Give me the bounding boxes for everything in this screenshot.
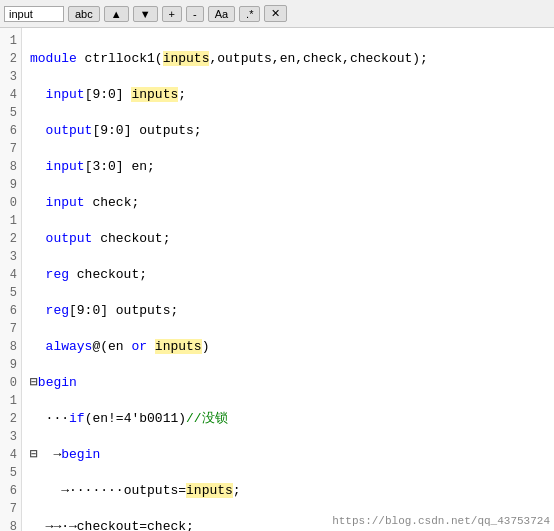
add-button[interactable]: + [162,6,182,22]
code-line-2: input[9:0] inputs; [30,86,546,104]
search-input[interactable] [4,6,64,22]
code-area: 1 2 3 4 5 6 7 8 9 0 1 2 3 4 5 6 7 8 9 0 … [0,28,554,531]
search-button[interactable]: abc [68,6,100,22]
code-line-4: input[3:0] en; [30,158,546,176]
close-button[interactable]: ✕ [264,5,287,22]
regex-button[interactable]: .* [239,6,260,22]
code-line-1: module ctrllock1(inputs,outputs,en,check… [30,50,546,68]
line-numbers: 1 2 3 4 5 6 7 8 9 0 1 2 3 4 5 6 7 8 9 0 … [0,28,22,531]
remove-button[interactable]: - [186,6,204,22]
code-line-13: →·······outputs=inputs; [30,482,546,500]
code-line-8: reg[9:0] outputs; [30,302,546,320]
code-line-9: always@(en or inputs) [30,338,546,356]
code-content[interactable]: module ctrllock1(inputs,outputs,en,check… [22,28,554,531]
code-line-7: reg checkout; [30,266,546,284]
code-line-5: input check; [30,194,546,212]
code-line-3: output[9:0] outputs; [30,122,546,140]
code-line-11: ···if(en!=4'b0011)//没锁 [30,410,546,428]
down-button[interactable]: ▼ [133,6,158,22]
case-button[interactable]: Aa [208,6,235,22]
code-line-10: ⊟begin [30,374,546,392]
toolbar: abc ▲ ▼ + - Aa .* ✕ [0,0,554,28]
up-button[interactable]: ▲ [104,6,129,22]
code-line-6: output checkout; [30,230,546,248]
code-line-12: ⊟ →begin [30,446,546,464]
watermark: https://blog.csdn.net/qq_43753724 [332,515,550,527]
